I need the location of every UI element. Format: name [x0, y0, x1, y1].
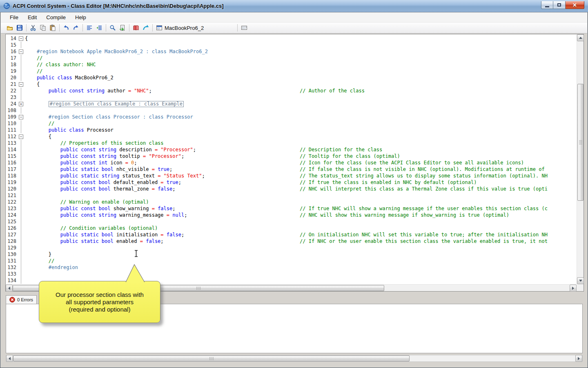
close-button[interactable]: ✕ [566, 1, 584, 9]
code-line[interactable]: 23 [6, 94, 577, 101]
code-text[interactable]: // [25, 68, 577, 74]
paste-button[interactable] [48, 23, 58, 33]
code-line[interactable]: 124 public const string warning_message … [6, 212, 577, 218]
code-text[interactable]: public const int icon = 0;// Icon for th… [25, 159, 577, 166]
open-button[interactable] [5, 23, 15, 33]
code-text[interactable]: public const bool show_warning = false;/… [25, 205, 577, 212]
code-line[interactable]: 119 public const bool default_enabled = … [6, 179, 577, 186]
code-line[interactable]: 126 // Condition variables (optional) [6, 225, 577, 231]
scroll-right-button[interactable] [575, 355, 582, 362]
redo-button[interactable] [71, 23, 81, 33]
code-line[interactable]: 127 public static bool initialisation = … [6, 231, 577, 238]
code-line[interactable]: 22 public const string author = "NHC";//… [6, 88, 577, 94]
code-text[interactable]: // Properties of this section class [25, 140, 577, 146]
code-line[interactable]: 111 public class Processor [6, 127, 577, 133]
minimize-button[interactable] [541, 1, 553, 9]
code-editor[interactable]: 14−{1516− #region Notebook Apple MacBook… [6, 34, 577, 284]
run-arrow-button[interactable] [141, 23, 151, 33]
menu-edit[interactable]: Edit [24, 13, 41, 22]
scroll-up-button[interactable] [577, 34, 584, 41]
scroll-right-button[interactable] [570, 285, 577, 292]
code-text[interactable] [25, 94, 577, 101]
maximize-button[interactable] [553, 1, 566, 9]
code-line[interactable]: 117 public static bool nhc_visible = tru… [6, 166, 577, 173]
fold-collapse-icon[interactable]: − [19, 82, 23, 87]
code-text[interactable]: public const bool thermal_zone = false;/… [25, 186, 577, 192]
code-line[interactable]: 118 public static string status_text = "… [6, 173, 577, 179]
code-text[interactable]: public const bool default_enabled = true… [25, 179, 577, 186]
fold-collapse-icon[interactable]: − [19, 49, 23, 54]
code-line[interactable]: 113 // Properties of this section class [6, 140, 577, 146]
menu-help[interactable]: Help [71, 13, 90, 22]
code-text[interactable] [25, 42, 577, 48]
class-selector[interactable]: MacBookPro6_2 [154, 23, 236, 33]
copy-button[interactable] [38, 23, 48, 33]
vertical-scroll-thumb[interactable] [577, 84, 584, 201]
code-text[interactable]: public static bool enabled = false;// If… [25, 238, 577, 245]
code-line[interactable]: 24+ #region Section class Example : clas… [6, 101, 577, 107]
code-line[interactable]: 17 // [6, 55, 577, 61]
code-text[interactable]: // [25, 55, 577, 61]
outline-list-button[interactable] [85, 23, 94, 33]
scroll-left-button[interactable] [6, 285, 13, 292]
code-line[interactable]: 114 public const string description = "P… [6, 146, 577, 153]
code-text[interactable]: public const string tooltip = "Processor… [25, 153, 577, 159]
undo-button[interactable] [61, 23, 71, 33]
code-line[interactable]: 130 } [6, 251, 577, 258]
search-button[interactable] [108, 23, 118, 33]
code-text[interactable]: #region Section class Processor : class … [25, 114, 577, 120]
code-line[interactable]: 112− { [6, 133, 577, 140]
icon-grid-button[interactable] [239, 23, 249, 33]
code-text[interactable]: public const string warning_message = nu… [25, 212, 577, 218]
code-line[interactable]: 128 public static bool enabled = false;/… [6, 238, 577, 245]
code-text[interactable]: { [25, 35, 577, 42]
fold-expand-icon[interactable]: + [19, 102, 23, 106]
code-line[interactable]: 110 // [6, 120, 577, 127]
code-line[interactable]: 20 public class MacBookPro6_2 [6, 74, 577, 81]
code-line[interactable]: 18 // class author: NHC [6, 61, 577, 68]
code-line[interactable]: 19 // [6, 68, 577, 74]
code-line[interactable]: 14−{ [6, 35, 577, 42]
code-text[interactable]: } [25, 251, 577, 258]
code-line[interactable]: 108 [6, 107, 577, 114]
code-line[interactable]: 120 public const bool thermal_zone = fal… [6, 186, 577, 192]
code-text[interactable]: { [25, 81, 577, 88]
cut-button[interactable] [28, 23, 38, 33]
code-line[interactable]: 123 public const bool show_warning = fal… [6, 205, 577, 212]
code-line[interactable]: 116 public const int icon = 0;// Icon fo… [6, 159, 577, 166]
code-text[interactable]: #region Section class Example : class Ex… [25, 101, 577, 107]
code-line[interactable]: 122 // Warning on enable (optimal) [6, 199, 577, 205]
scroll-down-button[interactable] [577, 277, 584, 284]
code-text[interactable] [25, 218, 577, 225]
bottom-scrollbar[interactable] [6, 355, 583, 362]
code-text[interactable]: public const string author = "NHC";// Au… [25, 88, 577, 94]
code-text[interactable] [25, 107, 577, 114]
code-text[interactable]: public class MacBookPro6_2 [25, 74, 577, 81]
bottom-scroll-thumb[interactable] [13, 355, 410, 361]
code-text[interactable]: // class author: NHC [25, 61, 577, 68]
scroll-left-button[interactable] [6, 355, 13, 362]
code-line[interactable]: 16− #region Notebook Apple MacBookPro6_2… [6, 48, 577, 55]
tab-errors[interactable]: 0 Errors [6, 295, 37, 304]
code-line[interactable]: 115 public const string tooltip = "Proce… [6, 153, 577, 159]
code-text[interactable]: { [25, 133, 577, 140]
goto-document-button[interactable] [118, 23, 127, 33]
code-text[interactable]: #region Notebook Apple MacBookPro6_2 : c… [25, 48, 577, 55]
code-line[interactable]: 125 [6, 218, 577, 225]
code-line[interactable]: 21− { [6, 81, 577, 88]
code-text[interactable]: // Condition variables (optional) [25, 225, 577, 231]
code-line[interactable]: 121 [6, 192, 577, 199]
code-line[interactable]: 109− #region Section class Processor : c… [6, 114, 577, 120]
code-text[interactable]: public static bool nhc_visible = true;//… [25, 166, 577, 173]
code-text[interactable]: public const string description = "Proce… [25, 146, 577, 153]
code-text[interactable]: // [25, 120, 577, 127]
fold-collapse-icon[interactable]: − [19, 115, 23, 119]
code-line[interactable]: 129 [6, 245, 577, 251]
fold-collapse-icon[interactable]: − [19, 135, 23, 139]
outline-indent-button[interactable] [94, 23, 104, 33]
code-text[interactable]: public class Processor [25, 127, 577, 133]
code-text[interactable] [25, 245, 577, 251]
fold-collapse-icon[interactable]: − [19, 36, 23, 41]
code-text[interactable]: public static bool initialisation = fals… [25, 231, 577, 238]
resources-book-button[interactable] [131, 23, 141, 33]
